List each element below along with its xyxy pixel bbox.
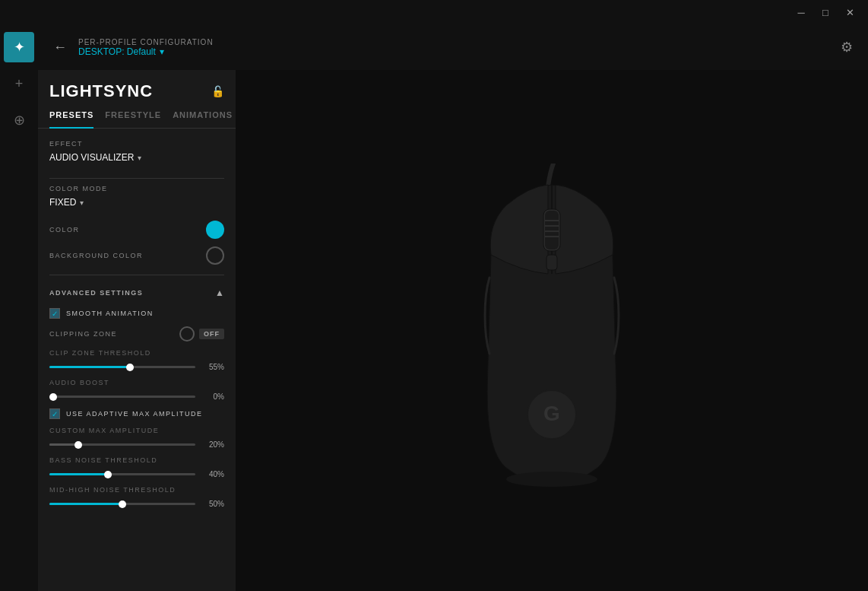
profile-name: DESKTOP: Default: [78, 46, 156, 57]
mid-high-noise-track[interactable]: [49, 503, 195, 505]
header-left: ← PER-PROFILE CONFIGURATION DESKTOP: Def…: [53, 38, 214, 57]
panel-header: LIGHTSYNC 🔓: [38, 70, 236, 101]
color-mode-label: COLOR MODE: [49, 185, 224, 192]
mouse-svg: G: [430, 164, 673, 498]
header-subtitle: PER-PROFILE CONFIGURATION: [78, 38, 214, 46]
use-adaptive-checkbox[interactable]: [49, 408, 60, 419]
clipping-zone-badge: OFF: [199, 329, 224, 339]
use-adaptive-label: USE ADAPTIVE MAX AMPLITUDE: [66, 410, 203, 418]
bass-noise-section: BASS NOISE THRESHOLD 40%: [38, 453, 236, 482]
smooth-animation-checkbox[interactable]: [49, 308, 60, 319]
color-row: COLOR: [38, 217, 236, 243]
audio-boost-track[interactable]: [49, 396, 195, 398]
maximize-button[interactable]: □: [813, 0, 838, 24]
advanced-settings-header[interactable]: ADVANCED SETTINGS ▲: [38, 281, 236, 304]
settings-button[interactable]: ⚙: [841, 39, 853, 56]
close-button[interactable]: ✕: [838, 0, 862, 24]
background-color-picker[interactable]: [206, 246, 224, 265]
effect-dropdown-arrow: ▾: [138, 154, 141, 162]
color-label: COLOR: [49, 226, 80, 234]
lightsync-icon: ✦: [14, 39, 25, 56]
custom-max-amplitude-label: CUSTOM MAX AMPLITUDE: [49, 427, 224, 434]
divider-2: [49, 275, 224, 275]
mouse-display: G: [430, 164, 673, 498]
bass-noise-track[interactable]: [49, 473, 195, 475]
header-bar: ← PER-PROFILE CONFIGURATION DESKTOP: Def…: [38, 24, 868, 70]
mid-high-value: 50%: [201, 500, 224, 508]
mid-high-noise-section: MID-HIGH NOISE THRESHOLD 50%: [38, 482, 236, 512]
clip-zone-threshold-section: CLIP ZONE THRESHOLD 55%: [38, 345, 236, 375]
minimize-button[interactable]: ─: [789, 0, 813, 24]
smooth-animation-label: SMOOTH ANIMATION: [66, 310, 154, 317]
bass-noise-thumb[interactable]: [104, 471, 112, 478]
title-bar: ─ □ ✕: [0, 0, 868, 24]
audio-boost-row: 0%: [49, 392, 224, 401]
effect-value: AUDIO VISUALIZER: [49, 152, 134, 163]
audio-boost-value: 0%: [201, 392, 224, 401]
profile-dropdown[interactable]: DESKTOP: Default ▾: [78, 46, 214, 57]
use-adaptive-row: USE ADAPTIVE MAX AMPLITUDE: [38, 405, 236, 423]
svg-text:G: G: [543, 402, 560, 425]
crosshair-icon: ⊕: [14, 112, 25, 129]
background-color-row: BACKGROUND COLOR: [38, 243, 236, 268]
tab-freestyle[interactable]: FREESTYLE: [105, 110, 161, 129]
bass-noise-fill: [49, 473, 108, 475]
clipping-zone-toggle-circle[interactable]: [179, 326, 195, 342]
audio-boost-label: AUDIO BOOST: [49, 379, 224, 386]
profile-dropdown-arrow: ▾: [160, 46, 164, 57]
mid-high-fill: [49, 503, 122, 505]
background-color-label: BACKGROUND COLOR: [49, 252, 143, 259]
svg-rect-2: [545, 211, 559, 249]
clip-zone-value: 55%: [201, 363, 224, 371]
lock-icon: 🔓: [211, 85, 224, 97]
color-mode-dropdown[interactable]: FIXED ▾: [49, 197, 224, 208]
color-mode-section: COLOR MODE FIXED ▾: [38, 185, 236, 217]
mid-high-noise-row: 50%: [49, 500, 224, 508]
clipping-zone-row: CLIPPING ZONE OFF: [38, 323, 236, 345]
custom-max-value: 20%: [201, 440, 224, 449]
custom-max-amplitude-row: 20%: [49, 440, 224, 449]
plus-icon: +: [15, 76, 24, 92]
collapse-icon: ▲: [215, 288, 224, 298]
clip-zone-threshold-label: CLIP ZONE THRESHOLD: [49, 349, 224, 357]
smooth-animation-row: SMOOTH ANIMATION: [38, 304, 236, 323]
audio-boost-thumb[interactable]: [49, 393, 57, 401]
custom-max-amplitude-section: CUSTOM MAX AMPLITUDE 20%: [38, 423, 236, 453]
color-picker[interactable]: [206, 221, 224, 239]
advanced-title: ADVANCED SETTINGS: [49, 289, 143, 297]
bass-noise-value: 40%: [201, 470, 224, 478]
crosshair-nav-item[interactable]: ⊕: [4, 105, 34, 135]
bass-noise-label: BASS NOISE THRESHOLD: [49, 456, 224, 464]
custom-max-amplitude-track[interactable]: [49, 443, 195, 446]
svg-point-10: [506, 472, 597, 487]
clipping-zone-toggle: OFF: [179, 326, 224, 342]
panel-title: LIGHTSYNC: [49, 81, 153, 101]
clip-zone-threshold-row: 55%: [49, 363, 224, 371]
custom-max-thumb[interactable]: [74, 441, 82, 449]
divider-1: [49, 178, 224, 179]
clip-zone-thumb[interactable]: [126, 364, 134, 371]
content-area: G: [236, 70, 868, 591]
clipping-zone-label: CLIPPING ZONE: [49, 330, 117, 338]
clip-zone-threshold-track[interactable]: [49, 366, 195, 368]
color-mode-arrow: ▾: [80, 199, 84, 207]
add-nav-item[interactable]: +: [4, 68, 34, 99]
mid-high-noise-label: MID-HIGH NOISE THRESHOLD: [49, 486, 224, 494]
svg-rect-7: [546, 255, 557, 270]
effect-dropdown[interactable]: AUDIO VISUALIZER ▾: [49, 152, 224, 163]
audio-boost-section: AUDIO BOOST 0%: [38, 375, 236, 405]
clip-zone-fill: [49, 366, 130, 368]
header-info: PER-PROFILE CONFIGURATION DESKTOP: Defau…: [78, 38, 214, 57]
side-panel: LIGHTSYNC 🔓 PRESETS FREESTYLE ANIMATIONS…: [38, 70, 236, 591]
tab-animations[interactable]: ANIMATIONS: [173, 110, 233, 129]
effect-label: EFFECT: [49, 140, 224, 148]
lightsync-nav-item[interactable]: ✦: [4, 32, 34, 62]
bass-noise-row: 40%: [49, 470, 224, 478]
tab-presets[interactable]: PRESETS: [49, 110, 93, 129]
effect-section: EFFECT AUDIO VISUALIZER ▾: [38, 140, 236, 172]
icon-bar: ✦ + ⊕: [0, 24, 38, 591]
tabs-container: PRESETS FREESTYLE ANIMATIONS: [38, 101, 236, 129]
back-button[interactable]: ←: [53, 40, 67, 56]
color-mode-value: FIXED: [49, 197, 76, 208]
mid-high-thumb[interactable]: [119, 500, 126, 508]
